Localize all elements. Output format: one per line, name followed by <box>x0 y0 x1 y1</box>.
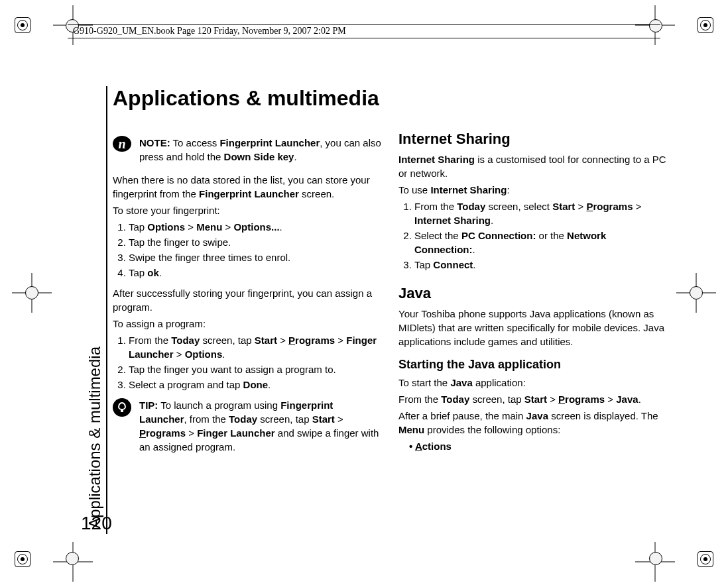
right-column: Internet Sharing Internet Sharing is a c… <box>398 129 668 463</box>
list-item: Tap Options > Menu > Options.... <box>129 220 383 234</box>
list-item: Tap Connect. <box>414 258 668 272</box>
note-text: NOTE: To access Fingerprint Launcher, yo… <box>139 136 383 164</box>
list-item: From the Today screen, tap Start > Progr… <box>129 333 383 361</box>
list-item: Tap ok. <box>129 266 383 280</box>
menu-options-list: Actions <box>398 439 668 453</box>
body-text: To start the Java application: <box>398 376 668 390</box>
list-item: Tap the finger you want to assign a prog… <box>129 362 383 376</box>
list-item: Actions <box>409 439 668 453</box>
tip-block: TIP: To launch a program using Fingerpri… <box>113 398 383 454</box>
body-text: To use Internet Sharing: <box>398 183 668 197</box>
body-text: After successfully storing your fingerpr… <box>113 286 383 314</box>
body-text: From the Today screen, tap Start > Progr… <box>398 392 668 406</box>
body-text: When there is no data stored in the list… <box>113 173 383 201</box>
body-text: After a brief pause, the main Java scree… <box>398 409 668 437</box>
side-label-text: Applications & multimedia <box>86 347 104 529</box>
assign-steps: From the Today screen, tap Start > Progr… <box>113 333 383 392</box>
list-item: Tap the finger to swipe. <box>129 235 383 249</box>
list-item: Select the PC Connection: or the Network… <box>414 229 668 256</box>
list-item: Select a program and tap Done. <box>129 378 383 392</box>
section-heading: Java <box>398 284 668 304</box>
left-column: NOTE: To access Fingerprint Launcher, yo… <box>113 129 383 463</box>
section-heading: Internet Sharing <box>398 129 668 150</box>
subsection-heading: Starting the Java application <box>398 356 668 373</box>
body-text: To assign a program: <box>113 317 383 331</box>
storefp-steps: Tap Options > Menu > Options.... Tap the… <box>113 220 383 280</box>
list-item: From the Today screen, select Start > Pr… <box>414 199 668 227</box>
list-item: Swipe the finger three times to enrol. <box>129 250 383 264</box>
internet-sharing-steps: From the Today screen, select Start > Pr… <box>398 199 668 272</box>
note-block: NOTE: To access Fingerprint Launcher, yo… <box>113 133 383 164</box>
body-text: Your Toshiba phone supports Java applica… <box>398 307 668 348</box>
page-content: Applications & multimedia 120 Applicatio… <box>85 86 668 534</box>
note-icon <box>113 136 133 153</box>
running-header: G910-G920_UM_EN.book Page 120 Friday, No… <box>68 24 660 38</box>
body-text: To store your fingerprint: <box>113 203 383 217</box>
page-number: 120 <box>81 513 112 534</box>
tip-text: TIP: To launch a program using Fingerpri… <box>139 398 383 454</box>
header-text: G910-G920_UM_EN.book Page 120 Friday, No… <box>73 26 346 36</box>
body-text: Internet Sharing is a customised tool fo… <box>398 152 668 180</box>
page-title: Applications & multimedia <box>113 86 668 111</box>
side-label: Applications & multimedia <box>84 86 107 534</box>
lightbulb-icon <box>113 398 133 415</box>
